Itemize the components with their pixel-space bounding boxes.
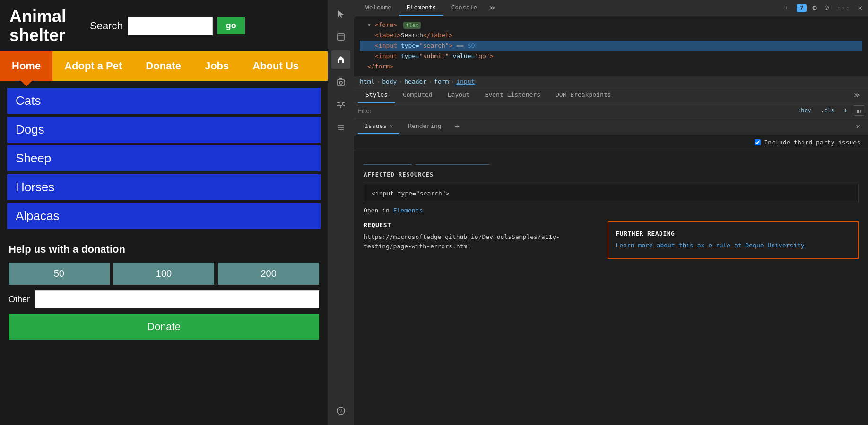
html-tree: ▾ <form> flex <label>Search</label> <inp… — [354, 16, 868, 76]
filter-input[interactable] — [358, 107, 791, 114]
donation-title: Help us with a donation — [9, 243, 319, 255]
code-snippet: <input type="search"> — [364, 184, 859, 203]
list-item-sheep[interactable]: Sheep — [7, 145, 321, 171]
breadcrumb-bar: html › body › header › form › input — [354, 76, 868, 87]
open-in-elements-line: Open in Elements — [364, 207, 859, 214]
elements-link[interactable]: Elements — [393, 207, 423, 214]
list-item-alpacas[interactable]: Alpacas — [7, 203, 321, 229]
donation-amounts: 50 100 200 — [9, 263, 319, 285]
bottom-tabs: Issues ✕ Rendering + ✕ — [354, 118, 868, 135]
close-all-tabs-icon[interactable]: ✕ — [852, 118, 864, 135]
welcome-tab[interactable]: Welcome — [358, 0, 399, 16]
devtools-sidebar: ? — [328, 0, 354, 425]
issues-bottom-tab[interactable]: Issues ✕ — [358, 119, 399, 134]
nav-item-home[interactable]: Home — [0, 51, 52, 81]
styles-more-icon[interactable]: ≫ — [850, 88, 864, 102]
tree-input-submit-line[interactable]: <input type="submit" value="go"> — [360, 51, 862, 61]
bottom-columns: REQUEST https://microsoftedge.github.io/… — [364, 221, 859, 259]
rendering-bottom-tab[interactable]: Rendering — [401, 119, 448, 134]
dom-breakpoints-tab[interactable]: DOM Breakpoints — [548, 87, 618, 103]
other-label: Other — [9, 295, 30, 305]
further-reading-col: FURTHER READING Learn more about this ax… — [608, 221, 859, 259]
issues-tab-close[interactable]: ✕ — [390, 123, 393, 129]
amount-100-button[interactable]: 100 — [113, 263, 215, 285]
cls-button[interactable]: .cls — [818, 106, 837, 115]
site-title: Animal shelter — [9, 7, 66, 44]
tree-form-close-line[interactable]: </form> — [360, 61, 862, 72]
new-tab-plus[interactable]: + — [780, 0, 793, 15]
nav-item-about[interactable]: About Us — [241, 51, 311, 81]
issues-badge: 7 — [797, 4, 807, 12]
hov-button[interactable]: :hov — [795, 106, 814, 115]
list-item-dogs[interactable]: Dogs — [7, 117, 321, 143]
styles-tabs: Styles Computed Layout Event Listeners D… — [354, 87, 868, 103]
filter-bar: :hov .cls + ◧ — [354, 103, 868, 118]
list-item-horses[interactable]: Horses — [7, 174, 321, 200]
third-party-label[interactable]: Include third-party issues — [764, 139, 861, 146]
devtools-content: _____________ ____________________ AFFEC… — [354, 150, 868, 425]
flex-badge: flex — [403, 22, 421, 29]
request-header: REQUEST — [364, 221, 598, 229]
amount-50-button[interactable]: 50 — [9, 263, 110, 285]
devtools-panel: Welcome Elements Console ≫ + 7 ⚙ ☺ ··· ✕… — [354, 0, 868, 425]
svg-line-10 — [343, 105, 345, 106]
breadcrumb-html[interactable]: html — [360, 78, 374, 85]
donation-section: Help us with a donation 50 100 200 Other… — [0, 236, 328, 347]
camera-icon[interactable] — [331, 73, 350, 92]
nav-item-jobs[interactable]: Jobs — [193, 51, 241, 81]
home-icon[interactable] — [331, 50, 350, 69]
breadcrumb-body[interactable]: body — [382, 78, 397, 85]
cursor-icon[interactable] — [331, 5, 350, 24]
devtools-tabs-right: + 7 ⚙ ☺ ··· ✕ — [780, 0, 864, 15]
event-listeners-tab[interactable]: Event Listeners — [477, 87, 548, 103]
tree-label-line[interactable]: <label>Search</label> — [360, 30, 862, 41]
list-item-cats[interactable]: Cats — [7, 88, 321, 114]
top-link-line[interactable]: _____________ ____________________ — [364, 158, 859, 165]
debug-icon[interactable] — [331, 95, 350, 114]
help-icon[interactable]: ? — [331, 401, 350, 420]
more-tabs-icon[interactable]: ≫ — [485, 0, 501, 15]
tree-form-line[interactable]: ▾ <form> flex — [360, 20, 862, 30]
third-party-checkbox[interactable] — [755, 139, 761, 145]
animal-list: Cats Dogs Sheep Horses Alpacas — [0, 81, 328, 236]
breadcrumb-form[interactable]: form — [434, 78, 449, 85]
amount-200-button[interactable]: 200 — [218, 263, 319, 285]
devtools-tabs: Welcome Elements Console ≫ + 7 ⚙ ☺ ··· ✕ — [354, 0, 868, 16]
svg-text:?: ? — [339, 408, 343, 415]
breadcrumb-input[interactable]: input — [456, 78, 475, 85]
elements-tab[interactable]: Elements — [399, 0, 444, 16]
more-options-icon[interactable]: ··· — [834, 1, 852, 14]
add-tab-icon[interactable]: + — [450, 118, 464, 135]
further-reading-link[interactable]: Learn more about this ax e rule at Deque… — [616, 242, 805, 249]
nav-item-adopt[interactable]: Adopt a Pet — [52, 51, 134, 81]
styles-tab[interactable]: Styles — [358, 87, 395, 103]
settings-icon[interactable]: ⚙ — [810, 1, 819, 14]
search-label: Search — [90, 20, 123, 32]
sidebar-toggle-icon[interactable]: ◧ — [854, 105, 864, 116]
svg-rect-2 — [337, 80, 345, 85]
donate-button[interactable]: Donate — [9, 314, 319, 340]
third-party-bar: Include third-party issues — [354, 135, 868, 150]
console-tab[interactable]: Console — [443, 0, 485, 16]
devtools-close-icon[interactable]: ✕ — [856, 1, 864, 14]
svg-point-5 — [339, 102, 343, 106]
breadcrumb-header[interactable]: header — [404, 78, 426, 85]
go-button[interactable]: go — [217, 17, 245, 34]
inspect-icon[interactable] — [331, 27, 350, 46]
changes-icon[interactable] — [331, 118, 350, 137]
affected-resources-header: AFFECTED RESOURCES — [364, 171, 859, 178]
other-amount-input[interactable] — [35, 290, 319, 308]
computed-tab[interactable]: Computed — [395, 87, 440, 103]
plus-button[interactable]: + — [841, 106, 850, 115]
request-url: https://microsoftedge.github.io/DevTools… — [364, 232, 598, 251]
svg-point-3 — [339, 81, 342, 84]
search-input[interactable] — [128, 17, 213, 35]
nav-item-donate[interactable]: Donate — [134, 51, 193, 81]
profile-icon[interactable]: ☺ — [823, 1, 831, 14]
tree-input-search-line[interactable]: <input type="search"> == $0 — [360, 41, 862, 51]
svg-line-9 — [337, 105, 339, 106]
svg-rect-0 — [338, 34, 344, 40]
layout-tab[interactable]: Layout — [440, 87, 477, 103]
other-row: Other — [9, 290, 319, 308]
request-col: REQUEST https://microsoftedge.github.io/… — [364, 221, 608, 259]
